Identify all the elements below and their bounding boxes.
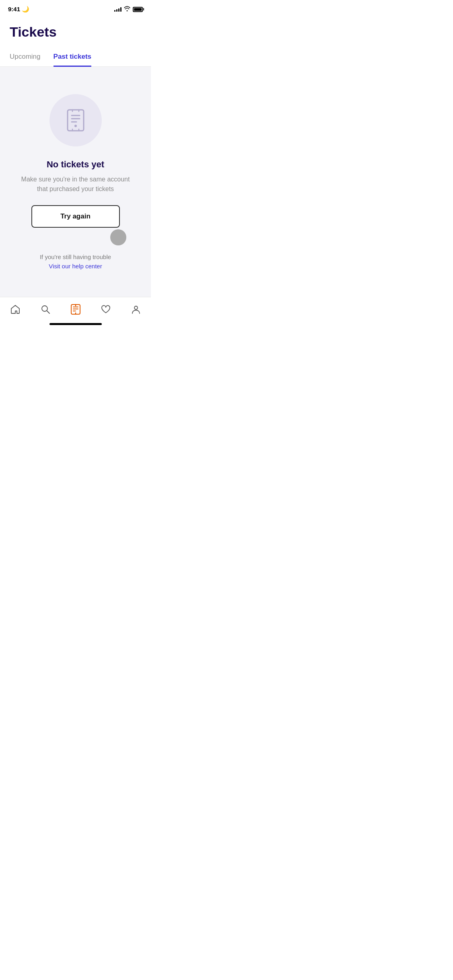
battery-icon xyxy=(133,7,143,12)
page-title: Tickets xyxy=(10,24,141,40)
svg-rect-0 xyxy=(68,110,84,131)
person-icon xyxy=(130,304,142,315)
signal-icon xyxy=(114,7,121,12)
nav-home[interactable] xyxy=(3,302,27,317)
status-icons xyxy=(114,6,143,12)
home-icon xyxy=(10,304,21,315)
ticket-icon-circle xyxy=(49,94,102,146)
empty-state: No tickets yet Make sure you're in the s… xyxy=(10,83,141,281)
svg-line-3 xyxy=(47,311,49,314)
tab-past-tickets[interactable]: Past tickets xyxy=(54,48,92,67)
search-icon xyxy=(40,304,51,315)
nav-account[interactable] xyxy=(124,302,148,317)
nav-search[interactable] xyxy=(33,302,58,317)
tickets-nav-icon xyxy=(70,304,81,315)
status-bar: 9:41 🌙 xyxy=(0,0,151,16)
empty-state-title: No tickets yet xyxy=(47,159,104,170)
status-time: 9:41 🌙 xyxy=(8,6,29,13)
empty-state-subtitle: Make sure you're in the same account tha… xyxy=(19,175,132,194)
try-again-button[interactable]: Try again xyxy=(31,205,120,228)
heart-icon xyxy=(100,304,111,315)
main-content: No tickets yet Make sure you're in the s… xyxy=(0,67,151,297)
button-shadow xyxy=(110,229,126,245)
nav-favorites[interactable] xyxy=(94,302,118,317)
wifi-icon xyxy=(124,6,130,12)
bottom-nav xyxy=(0,297,151,320)
svg-point-1 xyxy=(74,125,77,127)
svg-point-10 xyxy=(134,306,138,309)
nav-tickets[interactable] xyxy=(64,302,88,317)
ticket-icon xyxy=(66,109,85,132)
home-indicator xyxy=(49,323,102,325)
page-header: Tickets xyxy=(0,16,151,48)
tab-upcoming[interactable]: Upcoming xyxy=(10,48,41,67)
help-center-link[interactable]: Visit our help center xyxy=(49,263,102,270)
tabs-bar: Upcoming Past tickets xyxy=(0,48,151,67)
help-text: If you're still having trouble xyxy=(40,253,111,260)
